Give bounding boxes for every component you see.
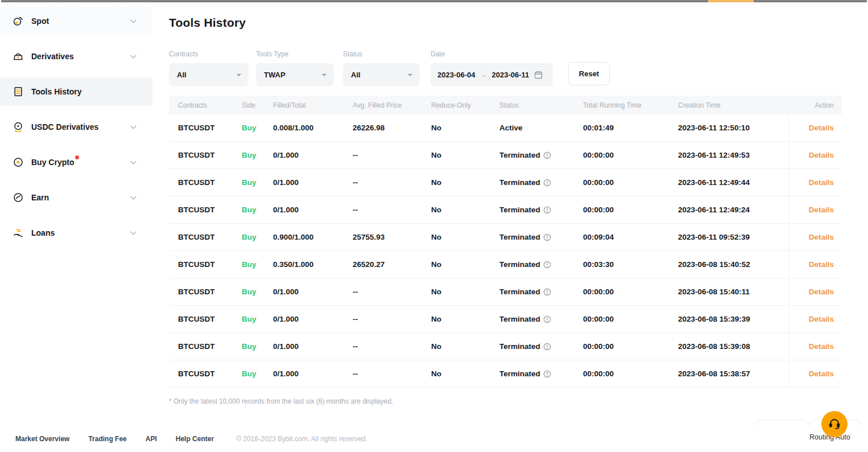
chevron-down-icon	[236, 73, 242, 77]
headset-icon	[828, 417, 841, 431]
details-link[interactable]: Details	[809, 342, 834, 351]
chevron-down-icon	[321, 73, 327, 77]
creation-time-value: 2023-06-08 15:39:08	[678, 342, 788, 351]
status-filter-label: Status	[343, 50, 420, 58]
date-range-picker[interactable]: 2023-06-04 → 2023-06-11	[431, 63, 553, 87]
total-running-time-value: 00:00:00	[583, 315, 678, 323]
status-select[interactable]: All	[343, 63, 420, 87]
side-value: Buy	[242, 206, 273, 214]
action-cell: Details	[788, 306, 842, 332]
avg-filled-price-value: --	[353, 342, 431, 351]
info-icon[interactable]	[543, 288, 551, 296]
filled-total-value: 0/1.000	[273, 342, 353, 351]
total-running-time-value: 00:00:00	[583, 151, 678, 159]
action-cell: Details	[788, 196, 842, 223]
side-value: Buy	[242, 151, 273, 159]
details-link[interactable]: Details	[809, 124, 834, 132]
status-text: Terminated	[499, 369, 540, 378]
info-icon[interactable]	[543, 179, 551, 187]
chevron-down-icon	[130, 161, 137, 165]
footer-link-help-center[interactable]: Help Center	[176, 435, 214, 443]
usdc-derivatives-icon	[13, 121, 24, 133]
reduce-only-value: No	[431, 124, 499, 132]
details-link[interactable]: Details	[809, 151, 834, 159]
side-value: Buy	[242, 124, 273, 132]
filled-total-value: 0/1.000	[273, 206, 353, 214]
sidebar-item-tools-history[interactable]: Tools History	[0, 77, 152, 106]
footer-link-api[interactable]: API	[146, 435, 157, 443]
sidebar-item-label: Earn	[31, 193, 49, 202]
date-range-arrow: →	[480, 71, 487, 79]
notification-dot	[75, 155, 79, 159]
status-text: Terminated	[499, 151, 540, 159]
status-select-value: All	[351, 71, 361, 79]
details-link[interactable]: Details	[809, 178, 834, 187]
details-link[interactable]: Details	[809, 206, 834, 214]
sidebar-item-usdc-derivatives[interactable]: USDC Derivatives	[0, 113, 152, 141]
derivatives-icon	[13, 51, 24, 62]
info-icon[interactable]	[543, 261, 551, 269]
table-row: BTCUSDTBuy0/1.000--NoTerminated00:00:002…	[169, 169, 842, 196]
details-link[interactable]: Details	[809, 260, 834, 269]
status-text: Terminated	[499, 287, 540, 296]
column-header-side: Side	[242, 101, 273, 109]
info-icon[interactable]	[543, 315, 551, 323]
tools-type-select[interactable]: TWAP	[256, 63, 334, 87]
status-value: Active	[499, 124, 583, 132]
creation-time-value: 2023-06-11 12:49:53	[678, 151, 788, 159]
chevron-down-icon	[130, 19, 137, 23]
sidebar-item-earn[interactable]: Earn	[0, 183, 152, 212]
table-row: BTCUSDTBuy0/1.000--NoTerminated00:00:002…	[169, 306, 842, 333]
filled-total-value: 0/1.000	[273, 178, 353, 187]
date-end-value: 2023-06-11	[492, 71, 530, 79]
chevron-down-icon	[407, 73, 413, 77]
date-start-value: 2023-06-04	[437, 71, 476, 79]
details-link[interactable]: Details	[809, 287, 834, 296]
reduce-only-value: No	[431, 260, 499, 269]
column-header-creation-time: Creation Time	[678, 101, 788, 109]
contracts-value: BTCUSDT	[169, 315, 242, 323]
info-icon[interactable]	[543, 343, 551, 351]
info-icon[interactable]	[543, 206, 551, 214]
creation-time-value: 2023-06-08 15:39:39	[678, 315, 788, 323]
page-title: Tools History	[169, 16, 246, 30]
table-row: BTCUSDTBuy0/1.000--NoTerminated00:00:002…	[169, 333, 842, 360]
filter-bar: Contracts All Tools Type TWAP Status All	[169, 50, 842, 90]
sidebar-item-label: Loans	[31, 228, 55, 237]
info-icon[interactable]	[543, 233, 551, 241]
total-running-time-value: 00:00:00	[583, 206, 678, 214]
sidebar-item-label: Buy Crypto	[31, 158, 74, 167]
details-link[interactable]: Details	[809, 233, 834, 241]
side-value: Buy	[242, 178, 273, 187]
avg-filled-price-value: --	[353, 369, 431, 378]
total-running-time-value: 00:01:49	[583, 124, 678, 132]
sidebar-item-buy-crypto[interactable]: Buy Crypto	[0, 148, 152, 176]
column-header-reduce-only: Reduce-Only	[431, 101, 499, 109]
status-text: Terminated	[499, 178, 540, 187]
sidebar-item-derivatives[interactable]: Derivatives	[0, 42, 152, 71]
footer-link-market-overview[interactable]: Market Overview	[15, 435, 69, 443]
column-header-action: Action	[788, 96, 842, 114]
details-link[interactable]: Details	[809, 315, 834, 323]
info-icon[interactable]	[543, 370, 551, 378]
creation-time-value: 2023-06-08 15:40:52	[678, 260, 788, 269]
info-icon[interactable]	[543, 151, 551, 159]
sidebar: SpotDerivativesTools HistoryUSDC Derivat…	[0, 2, 152, 424]
tools-history-table: ContractsSideFilled/TotalAvg. Filled Pri…	[169, 96, 842, 388]
date-filter-label: Date	[431, 50, 553, 58]
details-link[interactable]: Details	[809, 369, 834, 378]
sidebar-item-label: Derivatives	[31, 52, 74, 61]
sidebar-item-spot[interactable]: Spot	[0, 7, 152, 35]
footer-link-trading-fee[interactable]: Trading Fee	[88, 435, 126, 443]
reset-button[interactable]: Reset	[568, 62, 610, 85]
reduce-only-value: No	[431, 315, 499, 323]
support-chat-button[interactable]	[821, 411, 848, 437]
avg-filled-price-value: 26520.27	[353, 260, 431, 269]
contracts-select[interactable]: All	[169, 63, 249, 87]
records-footnote: * Only the latest 10,000 records from th…	[169, 397, 393, 405]
side-value: Buy	[242, 287, 273, 296]
sidebar-item-loans[interactable]: Loans	[0, 219, 152, 247]
status-text: Terminated	[499, 233, 540, 241]
contracts-value: BTCUSDT	[169, 260, 242, 269]
contracts-value: BTCUSDT	[169, 178, 242, 187]
